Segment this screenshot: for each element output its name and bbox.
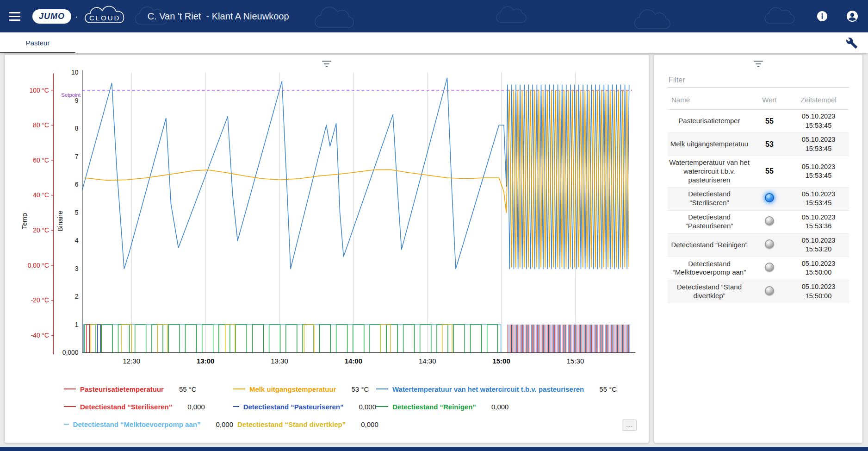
svg-text:20 °C: 20 °C — [33, 227, 49, 234]
row-name: Watertemperatuur van het watercircuit t.… — [668, 158, 751, 184]
column-header-wert: Wert — [751, 96, 788, 104]
row-timestamp: 05.10.202315:50:00 — [788, 259, 849, 277]
legend-label: Watertemperatuur van het watercircuit t.… — [392, 385, 584, 393]
filter-input[interactable] — [668, 73, 849, 88]
row-name: Detectiestand “Steriliseren” — [668, 190, 751, 207]
legend-label: Detectiestand “Steriliseren” — [80, 403, 172, 411]
svg-text:-40 °C: -40 °C — [31, 332, 49, 339]
row-name: Detectiestand “Reinigen” — [668, 241, 751, 250]
legend-label: Detectiestand “Pasteuriseren” — [243, 403, 344, 411]
svg-text:60 °C: 60 °C — [33, 157, 49, 164]
svg-text:1: 1 — [75, 321, 79, 328]
series-color-dash — [376, 388, 388, 389]
column-header-name: Name — [668, 96, 751, 104]
account-icon — [846, 10, 859, 23]
legend-item[interactable]: Detectiestand “Reinigen”0,000 — [376, 403, 508, 411]
row-timestamp: 05.10.202315:53:20 — [788, 236, 849, 254]
svg-text:7: 7 — [75, 153, 79, 160]
top-bar: JUMO · CLOUD C. Van 't Riet - Klant A Ni… — [0, 0, 868, 32]
legend-value: 0,000 — [187, 403, 205, 411]
row-value: 55 — [751, 167, 788, 175]
cloud-decoration — [0, 0, 868, 32]
svg-text:15:30: 15:30 — [567, 357, 584, 365]
tab-bar: Pasteur — [0, 32, 868, 53]
status-led-icon — [765, 286, 774, 295]
svg-text:6: 6 — [75, 181, 79, 188]
row-timestamp: 05.10.202315:53:45 — [788, 135, 849, 153]
svg-text:Binaire: Binaire — [56, 211, 64, 232]
page-title: C. Van 't Riet - Klant A Nieuwkoop — [148, 11, 289, 22]
chart-filter-icon[interactable] — [322, 60, 331, 69]
series-color-dash — [64, 406, 76, 407]
row-value: 55 — [751, 117, 788, 125]
legend-item[interactable]: Pasteurisatietemperatuur55 °C — [64, 385, 233, 393]
legend-row: Pasteurisatietemperatuur55 °CMelk uitgan… — [64, 380, 649, 398]
row-timestamp: 05.10.202315:50:00 — [788, 282, 849, 301]
legend-value: 55 °C — [179, 385, 197, 393]
svg-text:0,000: 0,000 — [62, 349, 79, 356]
table-header: Name Wert Zeitstempel — [668, 88, 849, 110]
svg-text:Temp: Temp — [21, 213, 28, 229]
cloud-logo-text: CLOUD — [81, 5, 129, 27]
table-row[interactable]: Melk uitgangstemperatuu5305.10.202315:53… — [668, 133, 849, 156]
series-color-dash — [64, 388, 76, 389]
status-led-icon — [765, 216, 774, 226]
legend-item[interactable]: Detectiestand “Stand divertklep”0,000 — [233, 420, 376, 428]
row-value — [751, 286, 788, 297]
svg-text:-20 °C: -20 °C — [31, 297, 49, 304]
menu-button[interactable] — [9, 9, 24, 24]
row-value — [751, 193, 788, 204]
table-row[interactable]: Watertemperatuur van het watercircuit t.… — [668, 156, 849, 187]
svg-text:0,00 °C: 0,00 °C — [28, 262, 49, 269]
legend-value: 53 °C — [352, 385, 369, 393]
svg-text:14:00: 14:00 — [345, 357, 362, 365]
table-row[interactable]: Pasteurisatietemper5505.10.202315:53:45 — [668, 110, 849, 133]
tab-pasteur[interactable]: Pasteur — [0, 32, 75, 53]
table-row[interactable]: Detectiestand “Stand divertklep”05.10.20… — [668, 280, 849, 303]
row-name: Detectiestand “Melktoevoerpomp aan” — [668, 260, 751, 277]
status-led-icon — [765, 193, 774, 202]
series-color-dash — [64, 424, 69, 425]
status-led-icon — [765, 239, 774, 249]
svg-text:Setpoint: Setpoint — [61, 92, 81, 98]
account-button[interactable] — [846, 10, 859, 23]
table-row[interactable]: Detectiestand “Pasteuriseren”05.10.20231… — [668, 211, 849, 234]
table-row[interactable]: Detectiestand “Steriliseren”05.10.202315… — [668, 188, 849, 211]
svg-text:5: 5 — [75, 209, 79, 216]
row-name: Pasteurisatietemper — [668, 117, 751, 125]
svg-text:13:00: 13:00 — [197, 357, 214, 365]
svg-text:3: 3 — [75, 265, 79, 272]
panel-filter-icon[interactable] — [754, 60, 763, 69]
svg-text:9: 9 — [75, 97, 79, 104]
legend-item[interactable]: Detectiestand “Melktoevoerpomp aan”0,000 — [64, 420, 233, 428]
row-name: Melk uitgangstemperatuu — [668, 140, 751, 149]
more-options-button[interactable]: … — [622, 420, 637, 431]
legend-value: 0,000 — [359, 403, 376, 411]
table-row[interactable]: Detectiestand “Reinigen”05.10.202315:53:… — [668, 234, 849, 257]
settings-button[interactable] — [846, 37, 858, 49]
legend-item[interactable]: Watertemperatuur van het watercircuit t.… — [376, 385, 617, 393]
legend-item[interactable]: Detectiestand “Steriliseren”0,000 — [64, 403, 233, 411]
svg-text:4: 4 — [75, 237, 79, 244]
table-row[interactable]: Detectiestand “Melktoevoerpomp aan”05.10… — [668, 257, 849, 280]
wrench-icon — [846, 37, 858, 49]
legend-value: 0,000 — [491, 403, 509, 411]
info-icon — [816, 10, 828, 22]
row-value — [751, 239, 788, 251]
legend-row: Detectiestand “Melktoevoerpomp aan”0,000… — [64, 415, 649, 433]
column-header-zeitstempel: Zeitstempel — [788, 96, 849, 104]
legend-label: Detectiestand “Stand divertklep” — [237, 420, 346, 428]
tab-label: Pasteur — [26, 39, 50, 47]
legend-item[interactable]: Detectiestand “Pasteuriseren”0,000 — [233, 403, 376, 411]
svg-text:12:30: 12:30 — [123, 357, 140, 365]
logo-separator-dot: · — [75, 11, 78, 22]
row-timestamp: 05.10.202315:53:45 — [788, 163, 849, 181]
info-button[interactable] — [816, 10, 828, 22]
legend-item[interactable]: Melk uitgangstemperatuur53 °C — [233, 385, 376, 393]
row-value — [751, 216, 788, 227]
legend-label: Melk uitgangstemperatuur — [249, 385, 336, 393]
values-panel: Name Wert Zeitstempel Pasteurisatietempe… — [654, 55, 862, 443]
legend-label: Pasteurisatietemperatuur — [80, 385, 164, 393]
series-color-dash — [233, 406, 239, 407]
svg-text:40 °C: 40 °C — [33, 192, 49, 199]
